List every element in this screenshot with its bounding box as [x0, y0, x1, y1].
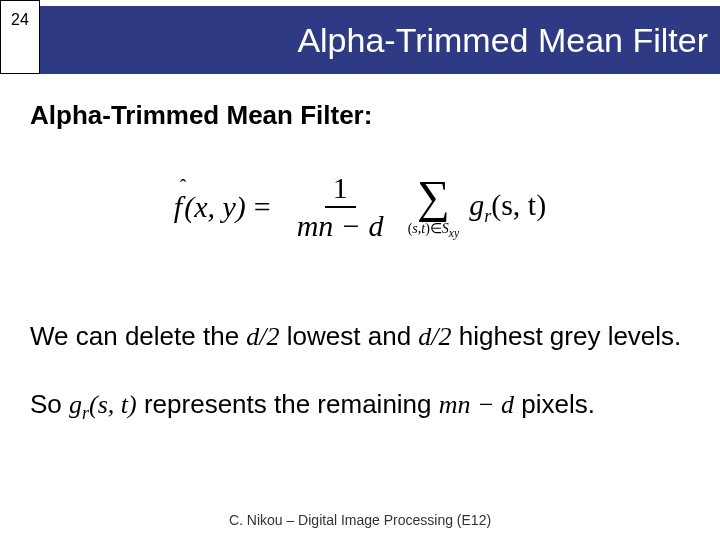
fraction: 1 mn − d	[289, 170, 392, 244]
text-2a: So	[30, 389, 69, 419]
text-2c: pixels.	[514, 389, 595, 419]
formula-args: (x, y)	[184, 190, 246, 224]
page-number-box: 24	[0, 0, 40, 74]
footer: C. Nikou – Digital Image Processing (E12…	[0, 512, 720, 528]
gr-args: (s, t)	[89, 390, 137, 419]
gr-symbol: gr(s, t)	[69, 390, 137, 419]
g-symbol: g	[469, 188, 484, 221]
summand: gr(s, t)	[469, 188, 546, 227]
slide: 24 Alpha-Trimmed Mean Filter Alpha-Trimm…	[0, 0, 720, 540]
body-line-1: We can delete the d/2 lowest and d/2 hig…	[30, 320, 690, 354]
fraction-denominator: mn − d	[289, 208, 392, 244]
formula: ˆ f (x, y) = 1 mn − d ∑ (s,t)∈Sxy gr(s, …	[0, 170, 720, 244]
formula-lhs: ˆ f	[174, 190, 182, 224]
gr-g: g	[69, 390, 82, 419]
hat-accent: ˆ	[180, 176, 187, 199]
text-1a: We can delete the	[30, 321, 246, 351]
body-line-2: So gr(s, t) represents the remaining mn …	[30, 388, 690, 425]
summation: ∑ (s,t)∈Sxy	[408, 174, 460, 239]
sub-xy: xy	[449, 227, 459, 240]
sub-close-in: )∈	[425, 221, 442, 236]
gr-sub: r	[82, 403, 89, 423]
g-args: (s, t)	[491, 188, 546, 221]
sigma-symbol: ∑	[417, 174, 450, 220]
sub-S: S	[442, 221, 449, 236]
header-bar: 24 Alpha-Trimmed Mean Filter	[0, 6, 720, 74]
text-2b: represents the remaining	[137, 389, 439, 419]
mn-minus-d: mn − d	[439, 390, 514, 419]
text-1c: highest grey levels.	[452, 321, 682, 351]
slide-subtitle: Alpha-Trimmed Mean Filter:	[30, 100, 372, 131]
d-over-2-b: d/2	[418, 322, 451, 351]
summation-subscript: (s,t)∈Sxy	[408, 222, 460, 239]
fraction-numerator: 1	[325, 170, 356, 208]
slide-title: Alpha-Trimmed Mean Filter	[60, 6, 714, 74]
equals-sign: =	[254, 190, 271, 224]
page-number: 24	[11, 11, 29, 29]
d-over-2-a: d/2	[246, 322, 279, 351]
text-1b: lowest and	[280, 321, 419, 351]
